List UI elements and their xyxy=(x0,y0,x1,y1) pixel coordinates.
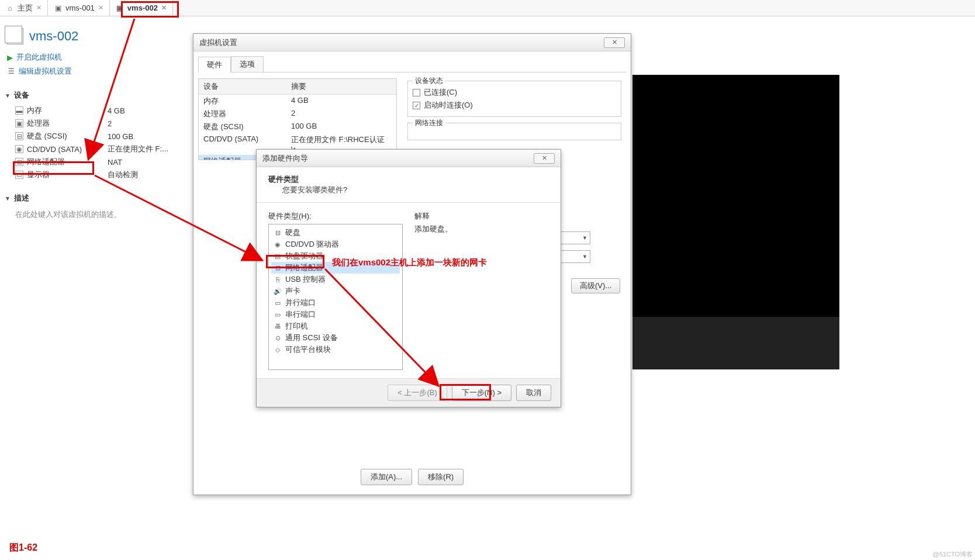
tab-vms-002[interactable]: ▣ vms-002 ✕ xyxy=(110,0,173,16)
devices-header[interactable]: ▼ 设备 xyxy=(5,90,182,101)
tab-home[interactable]: ⌂ 主页 ✕ xyxy=(0,0,48,16)
next-button[interactable]: 下一步(N) > xyxy=(452,385,511,401)
description-placeholder[interactable]: 在此处键入对该虚拟机的描述。 xyxy=(5,207,182,222)
back-button: < 上一步(B) xyxy=(388,385,447,401)
device-row[interactable]: ◉CD/DVD (SATA)正在使用文件 F:... xyxy=(5,143,182,155)
vm-title-text: vms-002 xyxy=(29,29,78,44)
tab-label: vms-001 xyxy=(65,4,95,12)
tab-vms-001[interactable]: ▣ vms-001 ✕ xyxy=(48,0,110,16)
vm-summary-panel: vms-002 ▶ 开启此虚拟机 ☰ 编辑虚拟机设置 ▼ 设备 ▬内存4 GB … xyxy=(0,18,187,230)
home-icon: ⌂ xyxy=(6,4,14,12)
close-button[interactable]: ✕ xyxy=(604,37,625,48)
advanced-button[interactable]: 高级(V)... xyxy=(571,278,620,293)
tab-label: 主页 xyxy=(18,3,33,13)
hardware-type-list[interactable]: ⊟硬盘 ◉CD/DVD 驱动器 ▤软盘驱动器 ⊡网络适配器 ⎘USB 控制器 🔊… xyxy=(268,224,403,370)
device-row[interactable]: ⊟硬盘 (SCSI)100 GB xyxy=(5,130,182,143)
play-icon: ▶ xyxy=(7,53,13,62)
edit-settings-label: 编辑虚拟机设置 xyxy=(19,66,72,77)
close-button[interactable]: ✕ xyxy=(534,153,555,164)
explain-label: 解释 xyxy=(414,211,549,222)
wizard-heading: 硬件类型 xyxy=(268,174,549,185)
device-row[interactable]: ▣处理器2 xyxy=(5,117,182,130)
figure-label: 图1-62 xyxy=(9,542,37,554)
device-state-group: 设备状态 已连接(C) ✓启动时连接(O) xyxy=(407,81,621,117)
annotation-text: 我们在vms002主机上添加一块新的网卡 xyxy=(332,257,487,268)
edit-settings-link[interactable]: ☰ 编辑虚拟机设置 xyxy=(5,64,182,78)
hw-item-usb: ⎘USB 控制器 xyxy=(271,274,400,285)
dialog-titlebar: 添加硬件向导 ✕ xyxy=(257,150,561,167)
watermark: @51CTO博客 xyxy=(933,550,973,559)
tab-hardware[interactable]: 硬件 xyxy=(198,57,231,72)
vm-icon-large xyxy=(7,28,23,44)
devices-header-label: 设备 xyxy=(14,90,29,101)
wizard-subheading: 您要安装哪类硬件? xyxy=(268,185,549,195)
chevron-down-icon: ▼ xyxy=(5,195,11,202)
add-hardware-wizard: 添加硬件向导 ✕ 硬件类型 您要安装哪类硬件? 硬件类型(H): ⊟硬盘 ◉CD… xyxy=(256,149,561,407)
checkbox-connected[interactable]: 已连接(C) xyxy=(413,86,616,99)
explain-text: 添加硬盘。 xyxy=(414,224,549,234)
hw-item-sound: 🔊声卡 xyxy=(271,285,400,297)
hw-item-scsi: ⊙通用 SCSI 设备 xyxy=(271,332,400,344)
close-icon[interactable]: ✕ xyxy=(161,4,167,12)
checkbox-connect-on-start[interactable]: ✓启动时连接(O) xyxy=(413,99,616,112)
remove-button[interactable]: 移除(R) xyxy=(418,469,464,485)
network-connection-group: 网络连接 xyxy=(407,123,621,140)
power-on-label: 开启此虚拟机 xyxy=(16,52,62,63)
hw-item-cddvd: ◉CD/DVD 驱动器 xyxy=(271,238,400,250)
device-list[interactable]: 设备 摘要 内存4 GB 处理器2 硬盘 (SCSI)100 GB CD/DVD… xyxy=(198,78,397,160)
device-row-network[interactable]: ⊡网络适配器NAT xyxy=(5,155,182,168)
dialog-titlebar: 虚拟机设置 ✕ xyxy=(193,34,631,51)
description-header-label: 描述 xyxy=(14,193,29,203)
tab-bar: ⌂ 主页 ✕ ▣ vms-001 ✕ ▣ vms-002 ✕ xyxy=(0,0,975,16)
chevron-down-icon: ▼ xyxy=(5,92,11,99)
hw-item-disk: ⊟硬盘 xyxy=(271,227,400,238)
vm-title: vms-002 xyxy=(5,26,182,50)
hw-item-parallel: ▭并行端口 xyxy=(271,297,400,309)
hw-item-tpm: ◇可信平台模块 xyxy=(271,344,400,355)
description-header[interactable]: ▼ 描述 xyxy=(5,193,182,203)
add-button[interactable]: 添加(A)... xyxy=(361,469,412,485)
col-summary: 摘要 xyxy=(286,79,396,94)
wizard-title: 添加硬件向导 xyxy=(262,153,308,164)
tab-options[interactable]: 选项 xyxy=(231,56,264,72)
device-row[interactable]: ▬内存4 GB xyxy=(5,104,182,117)
vm-icon: ▣ xyxy=(116,4,124,12)
vm-console-preview[interactable] xyxy=(632,75,839,369)
close-icon[interactable]: ✕ xyxy=(36,4,42,12)
device-row[interactable]: ▭显示器自动检测 xyxy=(5,168,182,181)
power-on-link[interactable]: ▶ 开启此虚拟机 xyxy=(5,50,182,64)
hw-item-printer: 🖶打印机 xyxy=(271,320,400,332)
hardware-list-label: 硬件类型(H): xyxy=(268,211,403,222)
vm-icon: ▣ xyxy=(54,4,62,12)
hw-item-serial: ▭串行端口 xyxy=(271,309,400,320)
edit-icon: ☰ xyxy=(7,67,15,75)
settings-tabstrip: 硬件 选项 xyxy=(198,56,626,72)
tab-label: vms-002 xyxy=(127,4,158,12)
dialog-title: 虚拟机设置 xyxy=(199,37,237,48)
close-icon[interactable]: ✕ xyxy=(98,4,103,12)
cancel-button[interactable]: 取消 xyxy=(516,385,551,401)
col-device: 设备 xyxy=(199,79,286,94)
